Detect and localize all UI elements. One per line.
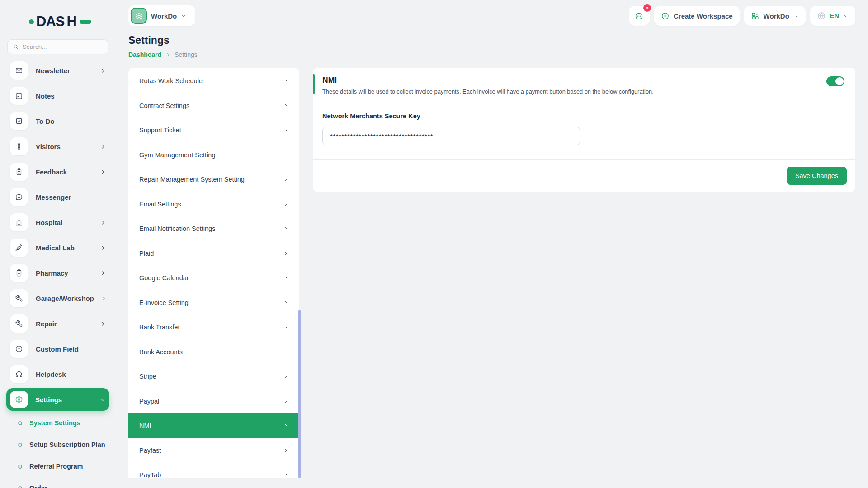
sidebar-item-helpdesk[interactable]: Helpdesk <box>0 361 116 387</box>
chevron-right-icon <box>283 152 288 158</box>
sub-item-setup-subscription-plan[interactable]: Setup Subscription Plan <box>0 434 116 455</box>
settings-menu-item-paypal[interactable]: Paypal <box>128 389 299 414</box>
sidebar-item-label: Visitors <box>36 143 92 150</box>
settings-menu-item-google-calendar[interactable]: Google Calendar <box>128 266 299 291</box>
workspace-switcher[interactable]: WorkDo <box>744 6 806 26</box>
secure-key-input[interactable] <box>322 127 580 145</box>
logo-dash-icon <box>80 20 91 24</box>
bullet-icon <box>18 443 22 447</box>
mail-icon <box>10 61 28 80</box>
settings-menu-item-nmi[interactable]: NMI <box>128 413 299 438</box>
sidebar-item-settings[interactable]: Settings <box>6 388 109 411</box>
settings-menu-item-gym-management-setting[interactable]: Gym Management Setting <box>128 143 299 168</box>
sidebar-item-repair[interactable]: Repair <box>0 311 116 336</box>
settings-menu-item-payfast[interactable]: Payfast <box>128 438 299 463</box>
save-changes-button[interactable]: Save Changes <box>787 167 847 185</box>
sub-item-order[interactable]: Order <box>0 477 116 488</box>
sidebar-item-label: Garage/Workshop <box>36 295 94 302</box>
settings-menu-item-email-settings[interactable]: Email Settings <box>128 192 299 217</box>
app-logo[interactable]: DAS H <box>0 0 116 30</box>
content: Rotas Work Schedule Contract Settings Su… <box>116 58 868 478</box>
sidebar-item-label: To Do <box>36 117 106 125</box>
sidebar-item-label: Feedback <box>36 168 92 176</box>
chevron-right-icon <box>100 68 106 74</box>
sub-item-referral-program[interactable]: Referral Program <box>0 455 116 477</box>
language-selector[interactable]: EN <box>810 6 855 26</box>
sidebar-item-label: Messenger <box>36 193 106 201</box>
sidebar-item-label: Helpdesk <box>36 371 106 378</box>
create-workspace-label: Create Workspace <box>674 12 733 20</box>
settings-menu-item-stripe[interactable]: Stripe <box>128 364 299 389</box>
chevron-right-icon <box>283 103 288 108</box>
settings-menu-item-rotas-work-schedule[interactable]: Rotas Work Schedule <box>128 69 299 94</box>
search-input[interactable] <box>22 43 103 50</box>
chevron-right-icon <box>283 324 288 330</box>
chevron-right-icon <box>102 296 106 301</box>
settings-menu-item-contract-settings[interactable]: Contract Settings <box>128 94 299 118</box>
clipboard-icon <box>10 163 28 181</box>
settings-menu-item-bank-transfer[interactable]: Bank Transfer <box>128 315 299 340</box>
sub-item-system-settings[interactable]: System Settings <box>0 412 116 434</box>
nmi-enable-toggle[interactable] <box>826 76 844 86</box>
chevron-right-icon <box>283 423 288 428</box>
chevron-right-icon <box>283 275 288 281</box>
settings-menu-item-paytab[interactable]: PayTab <box>128 463 299 478</box>
settings-menu-item-bank-accounts[interactable]: Bank Accounts <box>128 340 299 365</box>
plus-circle-icon <box>661 12 670 20</box>
logo-dot-icon <box>29 19 34 24</box>
chevron-right-icon <box>283 472 288 478</box>
sidebar-search[interactable] <box>7 39 108 54</box>
messages-button[interactable]: 0 <box>629 6 650 26</box>
sidebar-item-feedback[interactable]: Feedback <box>0 159 116 184</box>
chevron-right-icon <box>283 177 288 182</box>
workspace-selector[interactable]: WorkDo <box>128 5 195 26</box>
sidebar-item-custom-field[interactable]: Custom Field <box>0 336 116 361</box>
settings-menu-item-email-notification-settings[interactable]: Email Notification Settings <box>128 216 299 241</box>
chat-bubble-icon <box>10 188 28 206</box>
main-area: WorkDo 0 Create Workspace WorkDo EN <box>116 0 868 488</box>
grid-plus-icon <box>751 12 760 20</box>
chevron-down-icon <box>843 13 849 19</box>
logo-text-h: H <box>66 14 76 30</box>
sidebar-item-hospital[interactable]: Hospital <box>0 210 116 235</box>
sidebar-item-medical-lab[interactable]: Medical Lab <box>0 235 116 260</box>
chevron-right-icon <box>283 226 288 231</box>
chevron-right-icon <box>283 374 288 379</box>
settings-menu-item-repair-management-system-setting[interactable]: Repair Management System Setting <box>128 167 299 192</box>
page-title: Settings <box>128 34 855 47</box>
topbar: WorkDo 0 Create Workspace WorkDo EN <box>116 0 868 28</box>
workspace-avatar <box>131 8 147 24</box>
sidebar-item-newsletter[interactable]: Newsletter <box>0 58 116 83</box>
create-workspace-button[interactable]: Create Workspace <box>654 6 740 26</box>
wrench-icon <box>10 314 28 333</box>
chevron-right-icon <box>283 349 288 355</box>
nmi-panel-header: NMI These details will be used to collec… <box>313 68 855 102</box>
panel-description: These details will be used to collect in… <box>322 88 844 95</box>
breadcrumb-dashboard-link[interactable]: Dashboard <box>128 51 161 58</box>
person-icon <box>10 137 28 155</box>
headphones-icon <box>10 365 28 383</box>
chevron-right-icon <box>283 448 288 453</box>
nmi-panel-body: Network Merchants Secure Key <box>313 102 855 159</box>
chevron-right-icon <box>100 144 106 150</box>
sidebar-item-pharmacy[interactable]: Pharmacy <box>0 260 116 286</box>
panel-title: NMI <box>322 75 844 85</box>
settings-sub-menu: System Settings Setup Subscription Plan … <box>0 412 116 488</box>
settings-menu-item-support-ticket[interactable]: Support Ticket <box>128 118 299 143</box>
sidebar-item-notes[interactable]: Notes <box>0 83 116 108</box>
sidebar-item-messenger[interactable]: Messenger <box>0 184 116 210</box>
page-head: Settings Dashboard Settings <box>116 28 868 58</box>
settings-menu-item-e-invoice-setting[interactable]: E-invoice Setting <box>128 291 299 315</box>
settings-menu-item-plaid[interactable]: Plaid <box>128 241 299 266</box>
nmi-panel-footer: Save Changes <box>313 159 855 192</box>
sidebar-item-garage-workshop[interactable]: Garage/Workshop <box>0 286 116 311</box>
scrollbar-thumb[interactable] <box>298 310 301 478</box>
chevron-down-icon <box>793 13 799 19</box>
sidebar-item-visitors[interactable]: Visitors <box>0 134 116 159</box>
toggle-knob <box>835 77 844 85</box>
chevron-right-icon <box>283 399 288 404</box>
sidebar-item-label: Notes <box>36 92 106 100</box>
breadcrumb-current: Settings <box>175 51 198 58</box>
sub-item-label: System Settings <box>29 419 80 427</box>
sidebar-item-todo[interactable]: To Do <box>0 108 116 134</box>
